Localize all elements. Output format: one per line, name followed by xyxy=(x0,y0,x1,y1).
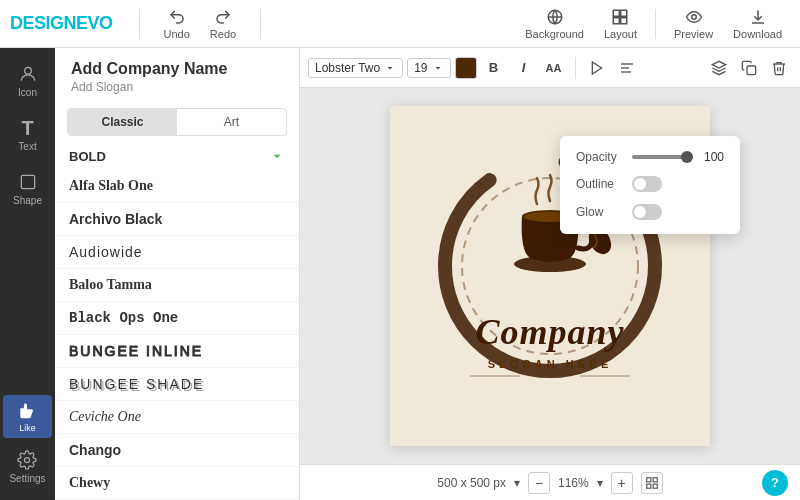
preview-icon xyxy=(685,8,703,26)
panel-header: Add Company Name Add Slogan xyxy=(55,48,299,98)
svg-rect-2 xyxy=(621,10,627,16)
outline-toggle[interactable] xyxy=(632,176,662,192)
grid-button[interactable] xyxy=(641,472,663,494)
zoom-level-label: 116% xyxy=(558,476,589,490)
font-item-chewy[interactable]: Chewy xyxy=(55,467,299,500)
font-item-archivo-black[interactable]: Archivo Black xyxy=(55,203,299,236)
fx-button[interactable] xyxy=(584,55,610,81)
panel-tabs: Classic Art xyxy=(67,108,287,136)
undo-button[interactable]: Undo xyxy=(156,4,198,44)
layout-button[interactable]: Layout xyxy=(596,4,645,44)
bold-button[interactable]: B xyxy=(481,55,507,81)
layout-icon xyxy=(611,8,629,26)
font-item-black-ops-one[interactable]: Black Ops One xyxy=(55,302,299,335)
toolbar-right-group: Background Layout Preview Downloa xyxy=(517,4,790,44)
panel-subtitle: Add Slogan xyxy=(71,80,283,94)
svg-point-5 xyxy=(691,14,696,19)
zoom-out-button[interactable]: − xyxy=(528,472,550,494)
sidebar-item-like[interactable]: Like xyxy=(3,395,51,438)
svg-rect-24 xyxy=(653,477,657,481)
svg-rect-7 xyxy=(21,175,34,188)
glow-toggle[interactable] xyxy=(632,204,662,220)
opacity-slider[interactable] xyxy=(632,155,693,159)
download-button[interactable]: Download xyxy=(725,4,790,44)
layers-icon xyxy=(711,60,727,76)
sidebar-item-text[interactable]: T Text xyxy=(0,110,55,160)
zoom-level-dropdown-icon[interactable]: ▾ xyxy=(597,476,603,490)
align-button[interactable] xyxy=(614,55,640,81)
redo-button[interactable]: Redo xyxy=(202,4,244,44)
outline-label: Outline xyxy=(576,177,626,191)
glow-toggle-knob xyxy=(634,206,646,218)
glow-label: Glow xyxy=(576,205,626,219)
aa-button[interactable]: AA xyxy=(541,55,567,81)
svg-rect-12 xyxy=(747,66,756,75)
font-name-selector[interactable]: Lobster Two xyxy=(308,58,403,78)
toolbar-separator-3 xyxy=(655,9,656,39)
font-category: BOLD xyxy=(55,144,299,170)
sidebar-item-icon[interactable]: Icon xyxy=(0,56,55,106)
bottom-bar: 500 x 500 px ▾ − 116% ▾ + ? xyxy=(300,464,800,500)
like-label: Like xyxy=(19,423,36,433)
opacity-value: 100 xyxy=(699,150,724,164)
background-icon xyxy=(546,8,564,26)
font-item-audiowide[interactable]: Audiowide xyxy=(55,236,299,269)
canvas-size-dropdown-icon[interactable]: ▾ xyxy=(514,476,520,490)
svg-rect-1 xyxy=(614,10,620,16)
font-list: Alfa Slab One Archivo Black Audiowide Ba… xyxy=(55,170,299,500)
icon-icon xyxy=(18,64,38,84)
panel-title: Add Company Name xyxy=(71,60,283,78)
background-button[interactable]: Background xyxy=(517,4,592,44)
toolbar-separator xyxy=(139,9,140,39)
color-picker[interactable] xyxy=(455,57,477,79)
tab-classic[interactable]: Classic xyxy=(68,109,177,135)
svg-rect-4 xyxy=(621,17,627,23)
font-item-bungee-inline[interactable]: BUNGEE INLINE xyxy=(55,335,299,368)
opacity-label: Opacity xyxy=(576,150,626,164)
align-icon xyxy=(619,60,635,76)
font-panel: Add Company Name Add Slogan Classic Art … xyxy=(55,48,300,500)
opacity-slider-thumb[interactable] xyxy=(681,151,693,163)
toolbar-separator-2 xyxy=(260,9,261,39)
settings-label: Settings xyxy=(9,473,45,484)
zoom-in-button[interactable]: + xyxy=(611,472,633,494)
duplicate-button[interactable] xyxy=(736,55,762,81)
app-logo: DESIGNEVO xyxy=(10,13,113,34)
canvas-area: Lobster Two 19 B I AA xyxy=(300,48,800,500)
redo-icon xyxy=(214,8,232,26)
font-item-alfa-slab[interactable]: Alfa Slab One xyxy=(55,170,299,203)
duplicate-icon xyxy=(741,60,757,76)
download-icon xyxy=(749,8,767,26)
font-item-chango[interactable]: Chango xyxy=(55,434,299,467)
font-item-ceviche-one[interactable]: Ceviche One xyxy=(55,401,299,434)
svg-text:Company: Company xyxy=(475,312,624,352)
help-button[interactable]: ? xyxy=(762,470,788,496)
undo-redo-group: Undo Redo xyxy=(146,4,255,44)
svg-rect-25 xyxy=(646,484,650,488)
sidebar-item-settings[interactable]: Settings xyxy=(3,442,51,492)
format-bar: Lobster Two 19 B I AA xyxy=(300,48,800,88)
svg-rect-3 xyxy=(614,17,620,23)
italic-button[interactable]: I xyxy=(511,55,537,81)
layers-button[interactable] xyxy=(706,55,732,81)
svg-point-8 xyxy=(25,458,30,463)
sidebar-item-shape[interactable]: Shape xyxy=(0,164,55,214)
opacity-row: Opacity 100 xyxy=(576,150,724,164)
svg-point-6 xyxy=(24,67,31,74)
effects-popup: Opacity 100 Outline Glow xyxy=(560,136,740,234)
preview-button[interactable]: Preview xyxy=(666,4,721,44)
font-item-baloo-tamma[interactable]: Baloo Tamma xyxy=(55,269,299,302)
tab-art[interactable]: Art xyxy=(177,109,286,135)
svg-rect-23 xyxy=(646,477,650,481)
fx-icon xyxy=(589,60,605,76)
sidebar-bottom: Like Settings xyxy=(3,395,51,500)
delete-button[interactable] xyxy=(766,55,792,81)
svg-text:SLOGAN HERE: SLOGAN HERE xyxy=(488,358,613,370)
font-item-bungee-shade[interactable]: BUNGEE SHADE xyxy=(55,368,299,401)
left-sidebar: Icon T Text Shape Like xyxy=(0,48,55,500)
text-icon: T xyxy=(21,118,33,138)
shape-icon xyxy=(18,172,38,192)
font-size-selector[interactable]: 19 xyxy=(407,58,450,78)
grid-icon xyxy=(645,476,659,490)
undo-icon xyxy=(168,8,186,26)
